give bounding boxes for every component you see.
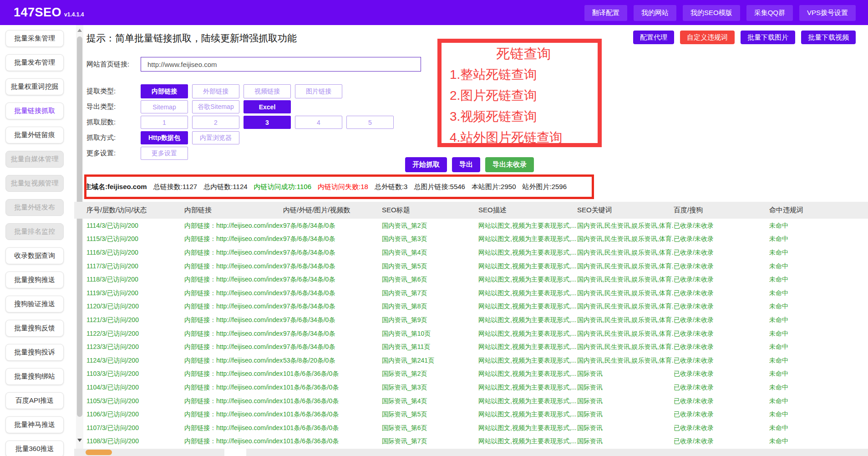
deadlink-item-3: 3.视频死链查询: [450, 106, 598, 127]
cell-link: 内部链接：http://feijiseo.com/index.ph|: [184, 370, 283, 378]
cell-keywords: 国内资讯,民生资讯,娱乐资讯,体育...: [577, 235, 674, 243]
column-header-8: 命中违规词: [769, 206, 868, 215]
sidebar-item-17[interactable]: 批量神马推送: [5, 416, 64, 433]
cell-index-status: 已收录/未收录: [674, 289, 769, 297]
cell-counts: 101条/6条/36条/0条: [283, 370, 382, 378]
cell-desc: 网站以图文,视频为主要表现形式,...: [478, 249, 577, 257]
cell-id: 1114/3/已访问/200: [86, 222, 184, 230]
status-segment-3: 总内链数:1124: [203, 183, 247, 191]
table-row[interactable]: 1105/3/已访问/200内部链接：http://feijiseo.com/i…: [74, 395, 868, 408]
form-row-4: 抓取方式:Http数据包内置浏览器: [86, 131, 398, 145]
scroll-up-icon[interactable]: [77, 29, 82, 32]
cell-link: 内部链接：http://feijiseo.com/index.ph|: [184, 343, 283, 351]
cell-link: 内部链接：http://feijiseo.com/index.ph|: [184, 289, 283, 297]
option-3-1[interactable]: 1: [141, 116, 188, 129]
table-row[interactable]: 1124/3/已访问/200内部链接：http://feijiseo.com/i…: [74, 354, 868, 368]
toolbar-button-4[interactable]: 批量下载视频: [801, 31, 856, 44]
cell-counts: 97条/6条/34条/0条: [283, 235, 382, 243]
option-3-4[interactable]: 4: [295, 116, 342, 129]
table-row[interactable]: 1119/3/已访问/200内部链接：http://feijiseo.com/i…: [74, 287, 868, 300]
cell-counts: 53条/8条/20条/0条: [283, 357, 382, 365]
sidebar-item-8: 批量外链发布: [5, 199, 64, 216]
sidebar-item-10[interactable]: 收录数据查询: [5, 247, 64, 264]
horizontal-scrollbar-thumb[interactable]: [86, 450, 112, 455]
option-3-3[interactable]: 3: [244, 116, 291, 129]
cell-desc: 网站以图文,视频为主要表现形式,...: [478, 424, 577, 432]
sidebar-item-5[interactable]: 批量外链留痕: [5, 127, 64, 143]
option-2-2[interactable]: 谷歌Sitemap: [192, 100, 239, 113]
cell-hit: 未命中: [769, 222, 868, 230]
option-3-5[interactable]: 5: [346, 116, 394, 129]
form-row-label-1: 提取类型:: [86, 87, 141, 96]
cell-id: 1105/3/已访问/200: [86, 397, 184, 405]
option-1-4[interactable]: 图片链接: [295, 84, 342, 98]
table-row[interactable]: 1115/3/已访问/200内部链接：http://feijiseo.com/i…: [74, 233, 868, 246]
sidebar-item-11[interactable]: 批量搜狗推送: [5, 272, 64, 288]
table-row[interactable]: 1120/3/已访问/200内部链接：http://feijiseo.com/i…: [74, 300, 868, 314]
table-row[interactable]: 1107/3/已访问/200内部链接：http://feijiseo.com/i…: [74, 421, 868, 435]
cell-keywords: 国内资讯,民生资讯,娱乐资讯,体育...: [577, 262, 674, 271]
table-row[interactable]: 1114/3/已访问/200内部链接：http://feijiseo.com/i…: [74, 219, 868, 233]
action-button-2[interactable]: 导出: [452, 157, 480, 172]
action-button-1[interactable]: 开始抓取: [405, 157, 447, 172]
cell-keywords: 国际资讯: [577, 384, 674, 392]
cell-hit: 未命中: [769, 410, 868, 419]
option-2-3[interactable]: Excel: [244, 100, 291, 113]
sidebar-item-4[interactable]: 批量链接抓取: [5, 102, 64, 119]
sidebar-item-13[interactable]: 批量搜狗反馈: [5, 320, 64, 337]
column-header-2: 内部链接: [184, 206, 283, 215]
cell-link: 内部链接：http://feijiseo.com/index.ph|: [184, 302, 283, 311]
table-row[interactable]: 1118/3/已访问/200内部链接：http://feijiseo.com/i…: [74, 273, 868, 287]
option-4-2[interactable]: 内置浏览器: [192, 131, 239, 144]
action-button-3[interactable]: 导出未收录: [485, 157, 534, 172]
header-menu-item-4[interactable]: 采集QQ群: [746, 5, 793, 21]
table-row[interactable]: 1116/3/已访问/200内部链接：http://feijiseo.com/i…: [74, 246, 868, 260]
option-1-2[interactable]: 外部链接: [192, 84, 239, 98]
cell-desc: 网站以图文,视频为主要表现形式,...: [478, 437, 577, 446]
toolbar-button-3[interactable]: 批量下载图片: [741, 31, 795, 44]
option-4-1[interactable]: Http数据包: [141, 131, 188, 144]
table-row[interactable]: 1117/3/已访问/200内部链接：http://feijiseo.com/i…: [74, 260, 868, 273]
header-menu-item-3[interactable]: 我的SEO模版: [683, 5, 740, 21]
sidebar-item-12[interactable]: 搜狗验证推送: [5, 296, 64, 313]
table-row[interactable]: 1108/3/已访问/200内部链接：http://feijiseo.com/i…: [74, 435, 868, 449]
cell-counts: 101条/6条/36条/0条: [283, 384, 382, 392]
table-row[interactable]: 1123/3/已访问/200内部链接：http://feijiseo.com/i…: [74, 340, 868, 354]
cell-hit: 未命中: [769, 343, 868, 351]
sidebar-item-14[interactable]: 批量搜狗投诉: [5, 344, 64, 361]
sidebar-item-1[interactable]: 批量采集管理: [5, 30, 64, 47]
cell-index-status: 已收录/未收录: [674, 276, 769, 284]
option-3-2[interactable]: 2: [192, 116, 239, 129]
table-row[interactable]: 1104/3/已访问/200内部链接：http://feijiseo.com/i…: [74, 381, 868, 395]
cell-link: 内部链接：http://feijiseo.com/index.ph|: [184, 424, 283, 432]
sidebar-item-18[interactable]: 批量360推送: [5, 441, 64, 456]
sidebar-item-2[interactable]: 批量发布管理: [5, 54, 64, 71]
cell-link: 内部链接：http://feijiseo.com/index.ph|: [184, 437, 283, 446]
sidebar-item-15[interactable]: 批量搜狗绑站: [5, 368, 64, 385]
cell-desc: 网站以图文,视频为主要表现形式,...: [478, 302, 577, 311]
table-row[interactable]: 1121/3/已访问/200内部链接：http://feijiseo.com/i…: [74, 313, 868, 327]
table-row[interactable]: 1106/3/已访问/200内部链接：http://feijiseo.com/i…: [74, 408, 868, 421]
header-menu-item-5[interactable]: VPS拨号设置: [799, 5, 856, 21]
option-1-3[interactable]: 视频链接: [244, 84, 291, 98]
cell-counts: 97条/6条/34条/0条: [283, 289, 382, 297]
header-menu-item-2[interactable]: 我的网站: [634, 5, 676, 21]
cell-hit: 未命中: [769, 316, 868, 324]
sidebar-item-16[interactable]: 百度API推送: [5, 392, 64, 409]
cell-counts: 97条/6条/34条/0条: [283, 262, 382, 271]
header-menu-item-1[interactable]: 翻译配置: [584, 5, 627, 21]
option-1-1[interactable]: 内部链接: [141, 84, 188, 98]
toolbar-button-2[interactable]: 自定义违规词: [680, 31, 735, 44]
option-5-1[interactable]: 更多设置: [141, 147, 188, 160]
cell-counts: 101条/6条/36条/0条: [283, 437, 382, 446]
option-2-1[interactable]: Sitemap: [141, 100, 188, 113]
sidebar-item-3[interactable]: 批量权重词挖掘: [5, 78, 64, 95]
horizontal-scrollbar[interactable]: [74, 449, 868, 456]
homepage-url-input[interactable]: [141, 57, 421, 72]
table-row[interactable]: 1103/3/已访问/200内部链接：http://feijiseo.com/i…: [74, 368, 868, 381]
status-summary-bar: 主域名:feijiseo.com总链接数:1127总内链数:1124内链访问成功…: [84, 174, 594, 199]
table-row[interactable]: 1122/3/已访问/200内部链接：http://feijiseo.com/i…: [74, 327, 868, 341]
cell-hit: 未命中: [769, 397, 868, 405]
toolbar-button-1[interactable]: 配置代理: [633, 31, 674, 44]
sidebar-item-6: 批量自媒体管理: [5, 151, 64, 168]
